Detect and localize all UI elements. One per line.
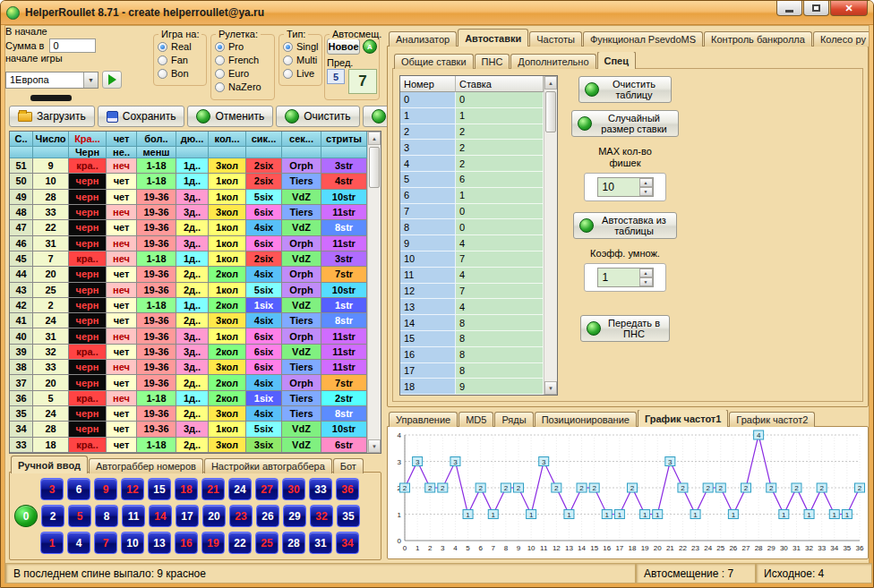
- minimize-button[interactable]: [776, 1, 802, 16]
- number-button-36[interactable]: 36: [336, 478, 359, 500]
- bet-row[interactable]: 127: [400, 284, 544, 300]
- bet-row[interactable]: 61: [400, 188, 544, 204]
- table-row[interactable]: 3524чернчет19-362д..3кол4sixTiers8str: [10, 406, 367, 422]
- number-button-33[interactable]: 33: [309, 478, 332, 500]
- spin-down-icon[interactable]: ▼: [639, 187, 653, 196]
- number-button-12[interactable]: 12: [121, 478, 144, 500]
- number-button-3[interactable]: 3: [40, 478, 64, 500]
- number-button-21[interactable]: 21: [201, 478, 225, 500]
- table-row[interactable]: 4124чернчет19-362д..3кол4sixTiers8str: [10, 313, 367, 328]
- table-row[interactable]: 3428чернчет19-363д..1кол5sixVdZ10str: [10, 422, 367, 437]
- number-button-19[interactable]: 19: [201, 532, 225, 554]
- number-button-9[interactable]: 9: [94, 478, 117, 500]
- tab-control[interactable]: Управление: [389, 412, 458, 427]
- table-row[interactable]: 4420чернчет19-362д..2кол4sixOrph7str: [10, 267, 367, 282]
- bet-row[interactable]: 32: [400, 140, 544, 156]
- table-row[interactable]: 457кра..неч1-181д..1кол2sixVdZ3str: [10, 251, 367, 267]
- table-row[interactable]: 3932кра..чет19-363д..2кол6sixVdZ11str: [10, 345, 367, 360]
- number-button-25[interactable]: 25: [255, 532, 278, 554]
- number-button-35[interactable]: 35: [337, 505, 360, 527]
- number-button-11[interactable]: 11: [122, 505, 145, 527]
- tab-positioning[interactable]: Позиционирование: [535, 412, 637, 427]
- tab-analyzer[interactable]: Анализатор: [389, 31, 457, 47]
- number-button-32[interactable]: 32: [310, 505, 333, 527]
- clear-table-button[interactable]: Очистить таблицу: [578, 76, 672, 103]
- collapse-bar[interactable]: [30, 95, 72, 101]
- bet-row[interactable]: 70: [400, 204, 544, 220]
- bet-row[interactable]: 114: [400, 268, 544, 284]
- scroll-track[interactable]: [368, 145, 381, 439]
- tab-rows[interactable]: Ряды: [494, 412, 533, 427]
- table-row[interactable]: 3318кра..чет1-182д..3кол3sixVdZ6str: [10, 438, 367, 453]
- tab-freq-chart2[interactable]: График частот2: [729, 412, 815, 427]
- table-row[interactable]: 4722чернчет19-362д..1кол4sixVdZ8str: [10, 220, 367, 235]
- play-button[interactable]: [102, 71, 122, 89]
- table-row[interactable]: 422чернчет1-181д..2кол1sixVdZ1str: [10, 298, 367, 313]
- bet-row[interactable]: 189: [400, 379, 544, 395]
- tab-bot[interactable]: Бот: [333, 458, 364, 473]
- bet-row[interactable]: 00: [400, 92, 544, 108]
- tab-general-bets[interactable]: Общие ставки: [394, 54, 474, 69]
- tab-autograbber[interactable]: Автограббер номеров: [89, 458, 203, 473]
- number-button-20[interactable]: 20: [202, 505, 226, 527]
- number-button-0[interactable]: 0: [14, 505, 38, 527]
- bet-row[interactable]: 178: [400, 363, 544, 379]
- multiplier-input[interactable]: 1: [598, 268, 639, 286]
- bet-row[interactable]: 22: [400, 124, 544, 141]
- number-button-10[interactable]: 10: [121, 532, 144, 554]
- number-button-34[interactable]: 34: [336, 532, 359, 554]
- number-button-1[interactable]: 1: [40, 532, 64, 554]
- bet-row[interactable]: 80: [400, 219, 544, 235]
- bet-row[interactable]: 42: [400, 156, 544, 172]
- number-button-15[interactable]: 15: [148, 478, 171, 500]
- scroll-thumb[interactable]: [369, 147, 380, 188]
- number-button-5[interactable]: 5: [68, 505, 91, 527]
- scroll-track[interactable]: [544, 89, 557, 381]
- autobet-button[interactable]: Автоставка из таблицы: [573, 212, 677, 239]
- titlebar[interactable]: HelperRoullet 8.71 - create helperroulle…: [1, 1, 873, 25]
- number-button-26[interactable]: 26: [256, 505, 279, 527]
- table-row[interactable]: 519кра..неч1-181д..3кол2sixOrph3str: [10, 158, 367, 174]
- table-row[interactable]: 4631черннеч19-363д..1кол6sixOrph11str: [10, 236, 367, 251]
- number-button-2[interactable]: 2: [41, 505, 64, 527]
- number-button-23[interactable]: 23: [229, 505, 253, 527]
- disk-button[interactable]: Сохранить: [98, 106, 185, 127]
- number-button-31[interactable]: 31: [309, 532, 332, 554]
- bet-row[interactable]: 56: [400, 172, 544, 188]
- radio-pro[interactable]: Pro: [215, 40, 274, 53]
- number-button-16[interactable]: 16: [175, 532, 198, 554]
- spin-down-icon[interactable]: ▼: [639, 277, 653, 286]
- undo-orb-button[interactable]: Отменить: [187, 106, 273, 127]
- table-row[interactable]: 4928чернчет19-363д..1кол5sixVdZ10str: [10, 190, 367, 205]
- tab-wheel[interactable]: Колесо ру: [813, 31, 869, 47]
- tab-autobets[interactable]: Автоставки: [458, 29, 528, 47]
- bet-row[interactable]: 148: [400, 315, 544, 331]
- maximize-button[interactable]: [803, 1, 829, 16]
- clear-orb-button[interactable]: Очистить: [276, 106, 359, 127]
- radio-fan[interactable]: Fan: [158, 54, 206, 66]
- scroll-down-icon[interactable]: ▼: [544, 381, 557, 395]
- bet-row[interactable]: 168: [400, 347, 544, 363]
- table-row[interactable]: 4833черннеч19-363д..3кол6sixTiers11str: [10, 205, 367, 220]
- tab-psevdoms[interactable]: Функционал PsevdoMS: [583, 31, 703, 47]
- number-button-14[interactable]: 14: [149, 505, 172, 527]
- bet-row[interactable]: 107: [400, 251, 544, 268]
- send-pns-button[interactable]: Передать в ПНС: [580, 315, 670, 342]
- bet-row[interactable]: 158: [400, 331, 544, 347]
- combo-dropdown-icon[interactable]: ▼: [83, 72, 98, 88]
- radio-french[interactable]: French: [215, 54, 274, 66]
- scroll-down-icon[interactable]: ▼: [368, 439, 381, 453]
- tab-manual-input[interactable]: Ручной ввод: [11, 456, 88, 473]
- radio-live[interactable]: Live: [283, 67, 321, 80]
- tab-spec[interactable]: Спец: [597, 52, 636, 69]
- scroll-up-icon[interactable]: ▲: [544, 76, 557, 89]
- random-size-button[interactable]: Случайный размер ставки: [571, 110, 679, 137]
- table-row[interactable]: 3720чернчет19-362д..2кол4sixOrph7str: [10, 375, 367, 390]
- number-button-22[interactable]: 22: [228, 532, 252, 554]
- table-row[interactable]: 365кра..неч1-181д..2кол1sixTiers2str: [10, 391, 367, 406]
- tab-pns[interactable]: ПНС: [475, 54, 510, 69]
- number-button-27[interactable]: 27: [255, 478, 278, 500]
- number-button-7[interactable]: 7: [94, 532, 117, 554]
- radio-multi[interactable]: Multi: [283, 54, 321, 66]
- radio-singl[interactable]: Singl: [283, 40, 321, 53]
